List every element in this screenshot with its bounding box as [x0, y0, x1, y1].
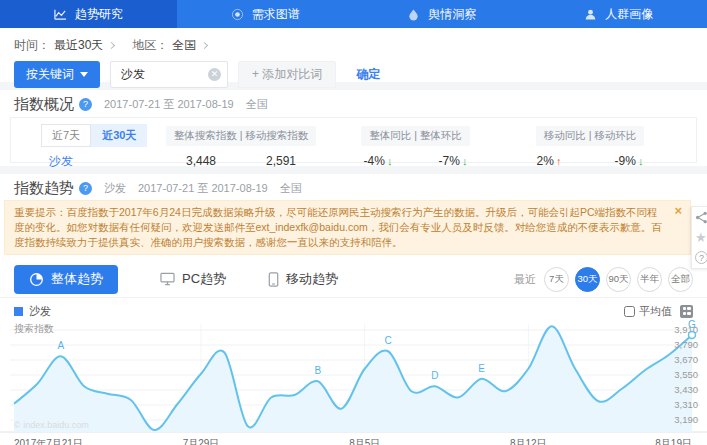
chevron-right-icon[interactable] [108, 42, 115, 49]
add-compare-button[interactable]: + 添加对比词 [238, 61, 336, 88]
overview-column-headers: 近7天 近30天 整体搜索指数 | 移动搜索指数 整体同比 | 整体环比 移动同… [11, 118, 696, 147]
legend-keyword: 沙发 [29, 304, 51, 319]
overview-section: 指数概况 ? 2017-07-21 至 2017-08-19 全国 近7天 近3… [0, 90, 707, 163]
svg-text:D: D [431, 370, 438, 381]
x-axis-label: 8月19日 [655, 437, 692, 445]
data-table-icon[interactable] [680, 305, 693, 318]
overview-date-range: 2017-07-21 至 2017-08-19 [104, 97, 234, 112]
keyword-mode-button[interactable]: 按关键词 [14, 61, 100, 88]
overall-index-value: 3,448 [186, 154, 216, 168]
x-axis-labels: 2017年7月21日7月29日8月5日8月12日8月19日 [0, 437, 707, 445]
notice-banner: 重要提示：百度指数于2017年6月24日完成数据策略升级，尽可能还原网民主动搜索… [4, 200, 691, 255]
trend-line-chart[interactable]: 3,1903,3103,4303,5503,6703,7903,910ABCDE… [0, 320, 707, 437]
period-half-year[interactable]: 半年 [637, 267, 662, 292]
chevron-right-icon[interactable] [201, 42, 208, 49]
toggle-30days[interactable]: 近30天 [91, 124, 147, 147]
help-icon[interactable]: ? [79, 98, 92, 111]
tab-label: 整体趋势 [51, 270, 103, 288]
toggle-7days[interactable]: 近7天 [41, 124, 91, 147]
close-icon[interactable]: × [674, 204, 682, 217]
tab-pc-trend[interactable]: PC趋势 [160, 270, 226, 288]
overview-keyword[interactable]: 沙发 [49, 153, 161, 170]
svg-text:3,190: 3,190 [674, 414, 698, 425]
overall-mom: -7%↓ [439, 154, 468, 168]
trend-tabs: 整体趋势 PC趋势 移动趋势 最近 7天 30天 90天 半年 全部 [0, 261, 707, 297]
range-toggle: 近7天 近30天 [41, 124, 161, 147]
search-index-chart: 沙发 平均值 3,1903,3103,4303,5503,6703,7903,9… [0, 297, 707, 445]
trend-region: 全国 [280, 181, 302, 196]
svg-text:搜索指数: 搜索指数 [14, 323, 54, 334]
x-axis-label: 7月29日 [183, 437, 220, 445]
svg-text:3,310: 3,310 [674, 399, 698, 410]
help-icon[interactable]: ? [79, 182, 92, 195]
mobile-mom: -9%↓ [615, 154, 644, 168]
x-axis-label: 8月12日 [510, 437, 547, 445]
nav-label: 需求图谱 [252, 6, 300, 23]
filter-section: 时间：最近30天 地区：全国 按关键词 ✕ + 添加对比词 确定 [0, 28, 707, 82]
nav-item-audience-profile[interactable]: 人群画像 [530, 0, 707, 28]
period-7days[interactable]: 7天 [544, 267, 569, 292]
radar-icon [231, 8, 244, 21]
float-toolbar: ★ ? [691, 206, 707, 269]
overview-title: 指数概况 [14, 95, 74, 114]
mobile-index-value: 2,591 [266, 154, 296, 168]
overview-panel: 近7天 近30天 整体搜索指数 | 移动搜索指数 整体同比 | 整体环比 移动同… [10, 117, 697, 163]
period-90days[interactable]: 90天 [606, 267, 631, 292]
tab-mobile-trend[interactable]: 移动趋势 [268, 270, 338, 288]
svg-text:C: C [384, 335, 391, 346]
favorite-star-icon[interactable]: ★ [695, 231, 707, 244]
x-axis-label: 8月5日 [349, 437, 380, 445]
x-axis-label: 2017年7月21日 [14, 437, 83, 445]
confirm-button[interactable]: 确定 [350, 65, 386, 84]
tab-overall-trend[interactable]: 整体趋势 [14, 265, 118, 294]
trend-header: 指数趋势 ? 沙发 2017-07-21 至 2017-08-19 全国 [0, 174, 707, 198]
up-arrow-icon: ↑ [556, 155, 562, 167]
region-label: 地区： [132, 37, 168, 54]
average-checkbox[interactable] [624, 306, 635, 317]
search-index-header: 整体搜索指数 | 移动搜索指数 [166, 126, 317, 146]
legend-swatch [14, 307, 23, 316]
nav-label: 舆情洞察 [428, 6, 476, 23]
period-30days[interactable]: 30天 [575, 267, 600, 292]
chevron-down-icon [80, 72, 88, 77]
mobile-ratio-header: 移动同比 | 移动环比 [536, 126, 645, 146]
keyword-mode-label: 按关键词 [26, 66, 74, 83]
nav-item-demand-graph[interactable]: 需求图谱 [177, 0, 354, 28]
nav-label: 人群画像 [605, 6, 653, 23]
overall-ratio-values: -4%↓ -7%↓ [341, 154, 491, 168]
time-region-filters: 时间：最近30天 地区：全国 [14, 37, 693, 54]
down-arrow-icon: ↓ [462, 155, 468, 167]
period-all[interactable]: 全部 [668, 267, 693, 292]
time-label: 时间： [14, 37, 50, 54]
search-index-values: 3,448 2,591 [161, 154, 321, 168]
trend-section: 指数趋势 ? 沙发 2017-07-21 至 2017-08-19 全国 重要提… [0, 174, 707, 445]
tab-label: PC趋势 [182, 270, 226, 288]
svg-text:G: G [688, 320, 696, 330]
svg-text:B: B [315, 365, 322, 376]
help-circle-icon[interactable]: ? [695, 251, 707, 264]
mobile-yoy: 2%↑ [537, 154, 562, 168]
nav-item-trend-research[interactable]: 趋势研究 [0, 0, 177, 28]
period-label: 最近 [514, 272, 536, 287]
svg-text:3,430: 3,430 [674, 384, 698, 395]
svg-text:3,670: 3,670 [674, 354, 698, 365]
average-label: 平均值 [639, 304, 672, 319]
trend-line-icon [54, 8, 67, 21]
nav-label: 趋势研究 [75, 6, 123, 23]
nav-item-sentiment-insight[interactable]: 舆情洞察 [354, 0, 531, 28]
average-toggle[interactable]: 平均值 [624, 304, 672, 319]
share-icon[interactable] [695, 211, 707, 224]
clear-keyword-icon[interactable]: ✕ [208, 68, 221, 81]
keyword-input-wrap: ✕ [110, 61, 228, 88]
svg-text:© index.baidu.com: © index.baidu.com [14, 420, 89, 430]
trend-date-range: 2017-07-21 至 2017-08-19 [138, 181, 268, 196]
baidu-index-page: 趋势研究 需求图谱 舆情洞察 人群画像 时间：最近30天 地区：全国 按关键词 … [0, 0, 707, 445]
region-value[interactable]: 全国 [172, 37, 196, 54]
period-selector: 最近 7天 30天 90天 半年 全部 [514, 267, 693, 292]
svg-text:E: E [478, 363, 485, 374]
time-value[interactable]: 最近30天 [54, 37, 103, 54]
tab-label: 移动趋势 [286, 270, 338, 288]
overall-ratio-header: 整体同比 | 整体环比 [361, 126, 470, 146]
notice-text: 重要提示：百度指数于2017年6月24日完成数据策略升级，尽可能还原网民主动搜索… [14, 206, 662, 248]
person-icon [584, 8, 597, 21]
